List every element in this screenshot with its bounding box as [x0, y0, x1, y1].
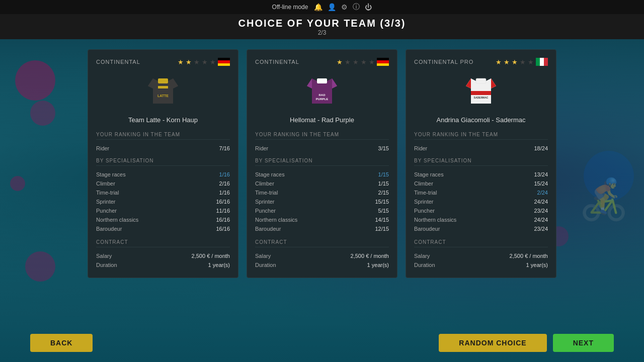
spec-row-2-0: Stage races 13/24: [414, 170, 548, 179]
duration-row-0: Duration 1 year(s): [96, 260, 230, 269]
spec-row-1-1: Climber 1/15: [255, 179, 389, 188]
contract-section-2: CONTRACT Salary 2,500 € / month Duration…: [414, 239, 548, 269]
rider-label-1: Rider: [255, 145, 268, 151]
spec-row-1-4: Puncher 5/15: [255, 206, 389, 215]
contract-title-2: CONTRACT: [414, 239, 548, 247]
duration-value-2: 1 year(s): [526, 262, 548, 268]
spec-value-1-1: 1/15: [378, 180, 389, 187]
spec-row-0-5: Northern classics 16/16: [96, 215, 230, 224]
jersey-container-1: RAD PURPLE: [255, 71, 389, 111]
jersey-container-0: LATTE: [96, 71, 230, 111]
spec-label-1-5: Northern classics: [255, 217, 297, 223]
star-5: ★: [210, 58, 216, 66]
offline-mode-label: Off-line mode: [272, 4, 308, 11]
contract-title-0: CONTRACT: [96, 239, 230, 247]
flag-de-0: [218, 58, 230, 66]
page-subtitle: 2/3: [318, 29, 327, 36]
spec-value-2-1: 15/24: [534, 180, 548, 187]
svg-marker-8: [332, 78, 337, 88]
spec-value-1-3: 15/15: [375, 199, 389, 205]
salary-value-2: 2,500 € / month: [510, 253, 548, 259]
star-2-3: ★: [512, 58, 518, 66]
spec-label-0-2: Time-trial: [96, 190, 119, 196]
salary-value-1: 2,500 € / month: [351, 253, 389, 259]
spec-label-0-6: Baroudeur: [96, 226, 122, 232]
salary-row-0: Salary 2,500 € / month: [96, 251, 230, 260]
next-button[interactable]: Next: [553, 334, 614, 352]
duration-row-2: Duration 1 year(s): [414, 260, 548, 269]
star-2-1: ★: [496, 58, 502, 66]
card-type-0: CONTINENTAL: [96, 59, 140, 65]
cards-container: CONTINENTAL ★ ★ ★ ★ ★ LATTE Team Latte -…: [0, 39, 644, 288]
svg-rect-3: [158, 78, 168, 83]
notification-icon[interactable]: 🔔: [314, 3, 323, 11]
rider-row-0: Rider 7/16: [96, 144, 230, 153]
team-card-1[interactable]: CONTINENTAL ★ ★ ★ ★ ★ RAD PURPLE Helloma…: [247, 49, 397, 278]
back-button[interactable]: Back: [30, 334, 93, 352]
star-2-4: ★: [520, 58, 526, 66]
svg-marker-14: [491, 78, 496, 88]
salary-label-1: Salary: [255, 253, 271, 259]
person-icon[interactable]: 👤: [328, 3, 336, 11]
salary-row-1: Salary 2,500 € / month: [255, 251, 389, 260]
spec-row-2-3: Sprinter 24/24: [414, 197, 548, 206]
jersey-svg-0: LATTE: [143, 71, 183, 111]
spec-row-2-5: Northern classics 24/24: [414, 215, 548, 224]
svg-marker-13: [466, 78, 471, 88]
spec-value-0-1: 2/16: [219, 180, 230, 187]
jersey-svg-1: RAD PURPLE: [302, 71, 342, 111]
spec-value-1-5: 14/15: [375, 217, 389, 223]
spec-row-2-4: Puncher 23/24: [414, 206, 548, 215]
team-name-2: Andrina Giacomoli - Sadermac: [414, 116, 548, 124]
spec-label-2-2: Time-trial: [414, 190, 437, 196]
card-header-1: CONTINENTAL ★ ★ ★ ★ ★: [255, 58, 389, 66]
star-1-2: ★: [345, 58, 351, 66]
info-icon[interactable]: ⓘ: [353, 3, 360, 12]
salary-row-2: Salary 2,500 € / month: [414, 251, 548, 260]
star-1-3: ★: [353, 58, 359, 66]
spec-label-1-4: Puncher: [255, 208, 276, 214]
rider-value-2: 18/24: [534, 145, 548, 151]
svg-rect-9: [317, 78, 327, 83]
salary-value-0: 2,500 € / month: [192, 253, 230, 259]
spec-row-1-0: Stage races 1/15: [255, 170, 389, 179]
ranking-title-2: YOUR RANKING IN THE TEAM: [414, 132, 548, 140]
jersey-container-2: SADERMAC: [414, 71, 548, 111]
spec-label-1-3: Sprinter: [255, 199, 275, 205]
team-card-2[interactable]: CONTINENTAL PRO ★ ★ ★ ★ ★ SADERMAC Andri…: [406, 49, 556, 278]
spec-row-2-1: Climber 15/24: [414, 179, 548, 188]
rider-row-2: Rider 18/24: [414, 144, 548, 153]
spec-row-1-2: Time-trial 2/15: [255, 188, 389, 197]
team-card-0[interactable]: CONTINENTAL ★ ★ ★ ★ ★ LATTE Team Latte -…: [88, 49, 238, 278]
spec-title-2: BY SPECIALISATION: [414, 158, 548, 166]
spec-label-1-6: Baroudeur: [255, 226, 281, 232]
contract-title-1: CONTRACT: [255, 239, 389, 247]
spec-label-1-1: Climber: [255, 180, 274, 187]
team-name-0: Team Latte - Korn Haup: [96, 116, 230, 124]
ranking-title-0: YOUR RANKING IN THE TEAM: [96, 132, 230, 140]
settings-icon[interactable]: ⚙: [341, 3, 348, 11]
power-icon[interactable]: ⏻: [365, 3, 372, 11]
spec-value-2-4: 23/24: [534, 208, 548, 214]
card-type-1: CONTINENTAL: [255, 59, 299, 65]
star-2: ★: [186, 58, 192, 66]
spec-value-2-0: 13/24: [534, 171, 548, 177]
spec-value-2-3: 24/24: [534, 199, 548, 205]
spec-value-2-5: 24/24: [534, 217, 548, 223]
spec-row-0-3: Sprinter 16/16: [96, 197, 230, 206]
spec-row-1-5: Northern classics 14/15: [255, 215, 389, 224]
salary-label-0: Salary: [96, 253, 112, 259]
spec-label-0-3: Sprinter: [96, 199, 116, 205]
star-1-1: ★: [337, 58, 343, 66]
spec-value-0-4: 11/16: [216, 208, 230, 214]
random-choice-button[interactable]: Random Choice: [439, 334, 546, 352]
svg-rect-16: [476, 78, 486, 83]
svg-text:LATTE: LATTE: [157, 94, 169, 98]
spec-value-0-2: 1/16: [219, 190, 230, 196]
ranking-title-1: YOUR RANKING IN THE TEAM: [255, 132, 389, 140]
spec-value-1-2: 2/15: [378, 190, 389, 196]
spec-row-1-3: Sprinter 15/15: [255, 197, 389, 206]
spec-label-0-0: Stage races: [96, 171, 126, 177]
svg-marker-1: [148, 78, 153, 88]
spec-label-0-1: Climber: [96, 180, 115, 187]
